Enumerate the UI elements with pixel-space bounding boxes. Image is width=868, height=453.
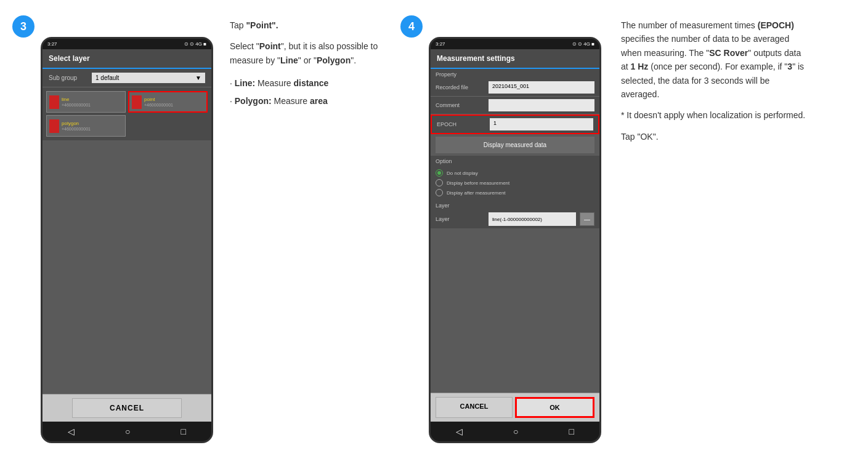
layer-item-line[interactable]: line +46000000001	[46, 91, 126, 113]
option-section-label: Option	[431, 156, 599, 166]
step4-number: 4	[400, 15, 423, 38]
layer-icon-line	[49, 95, 59, 109]
display-measured-btn[interactable]: Display measured data	[436, 137, 594, 153]
recorded-file-input[interactable]: 20210415_001	[489, 81, 594, 94]
layer-row: Layer —	[431, 210, 599, 228]
radio-do-not-display[interactable]: Do not display	[436, 168, 594, 178]
layer-name-point: point	[144, 97, 173, 103]
nav4-back-icon[interactable]: ◁	[456, 427, 463, 436]
layer-icon-point	[132, 95, 142, 109]
phone3-cancel-btn[interactable]: CANCEL	[72, 398, 182, 418]
radio-circle-2	[436, 179, 443, 186]
layer-sub-point: +46000000001	[144, 103, 173, 107]
right-desc-note: * It doesn't apply when localization is …	[621, 108, 806, 122]
comment-label: Comment	[436, 102, 485, 108]
layer-name-polygon: polygon	[62, 121, 91, 127]
step3-number: 3	[12, 15, 34, 38]
comment-row: Comment	[431, 97, 599, 114]
layer-grid: line +46000000001 point +46000000001	[43, 87, 211, 140]
layer-sub-polygon: +46000000001	[62, 127, 91, 131]
screen3-spacer	[43, 140, 211, 394]
layer-select-btn[interactable]: —	[580, 212, 594, 226]
screen4-bottom-btns: CANCEL OK	[431, 393, 599, 422]
screen4-cancel-btn[interactable]: CANCEL	[436, 397, 513, 418]
phone3-screen: Select layer Sub group 1 default ▼	[43, 49, 211, 422]
phone4-icons: ⊙ ⊙ 4G ■	[572, 41, 594, 47]
phone4-navbar: ◁ ○ □	[431, 422, 599, 441]
list-item-line: Line: Measure distance	[230, 74, 385, 92]
layer-icon-polygon	[49, 119, 59, 133]
right-desc-main: The number of measurement times (EPOCH) …	[621, 18, 806, 101]
screen3-bottom: CANCEL	[43, 394, 211, 422]
epoch-label: EPOCH	[437, 121, 486, 127]
step3-desc-select: Select "Point", but it is also possible …	[230, 39, 385, 67]
epoch-row: EPOCH 1	[431, 114, 599, 134]
phone3-mockup: 3:27 ⊙ ⊙ 4G ■ Select layer Sub group 1 d…	[41, 37, 213, 443]
phone3-status-bar: 3:27 ⊙ ⊙ 4G ■	[43, 39, 211, 49]
layer-row-label: Layer	[436, 216, 485, 222]
subgroup-row: Sub group 1 default ▼	[43, 69, 211, 87]
radio-display-before[interactable]: Display before measurement	[436, 178, 594, 188]
phone4-status-bar: 3:27 ⊙ ⊙ 4G ■	[431, 39, 599, 49]
radio-label-2: Display before measurement	[447, 180, 509, 186]
layer-name-line: line	[62, 97, 91, 103]
subgroup-label: Sub group	[49, 74, 92, 81]
step3-desc-list: Line: Measure distance Polygon: Measure …	[230, 74, 385, 110]
phone4-mockup: 3:27 ⊙ ⊙ 4G ■ Measurement settings Prope…	[429, 37, 601, 443]
screen4-spacer	[431, 228, 599, 393]
radio-dot-1	[437, 171, 441, 175]
recorded-file-row: Recorded file 20210415_001	[431, 79, 599, 97]
layer-input[interactable]	[489, 212, 576, 226]
nav-home-icon[interactable]: ○	[125, 427, 130, 436]
radio-group: Do not display Display before measuremen…	[431, 166, 599, 200]
right-desc-tap: Tap "OK".	[621, 130, 806, 143]
phone4-screen: Measurement settings Property Recorded f…	[431, 49, 599, 422]
screen3-title: Select layer	[43, 49, 211, 69]
comment-input[interactable]	[489, 99, 594, 111]
nav4-recent-icon[interactable]: □	[569, 427, 574, 436]
layer-section-label: Layer	[431, 200, 599, 210]
screen4-title: Measurement settings	[431, 49, 599, 69]
recorded-file-label: Recorded file	[436, 84, 485, 90]
radio-label-1: Do not display	[447, 170, 478, 176]
right-description: The number of measurement times (EPOCH) …	[609, 12, 818, 150]
nav-recent-icon[interactable]: □	[181, 427, 186, 436]
epoch-input[interactable]: 1	[490, 118, 593, 130]
radio-circle-1	[436, 169, 443, 177]
radio-display-after[interactable]: Display after measurement	[436, 188, 594, 198]
phone3-navbar: ◁ ○ □	[43, 422, 211, 441]
step3-desc-tap: Tap "Point".	[230, 18, 385, 32]
layer-sub-line: +46000000001	[62, 103, 91, 107]
layer-item-point[interactable]: point +46000000001	[128, 91, 208, 113]
screen4-ok-btn[interactable]: OK	[515, 397, 594, 418]
phone3-time: 3:27	[47, 41, 57, 47]
list-item-polygon: Polygon: Measure area	[230, 92, 385, 110]
layer-item-polygon[interactable]: polygon +46000000001	[46, 115, 126, 137]
radio-circle-3	[436, 189, 443, 196]
phone3-icons: ⊙ ⊙ 4G ■	[184, 41, 206, 47]
nav-back-icon[interactable]: ◁	[68, 427, 75, 436]
radio-label-3: Display after measurement	[447, 190, 506, 196]
subgroup-select[interactable]: 1 default ▼	[92, 73, 205, 83]
step3-description: Tap "Point". Select "Point", but it is a…	[221, 12, 394, 116]
property-section-label: Property	[431, 69, 599, 79]
phone4-time: 3:27	[436, 41, 445, 47]
nav4-home-icon[interactable]: ○	[513, 427, 518, 436]
